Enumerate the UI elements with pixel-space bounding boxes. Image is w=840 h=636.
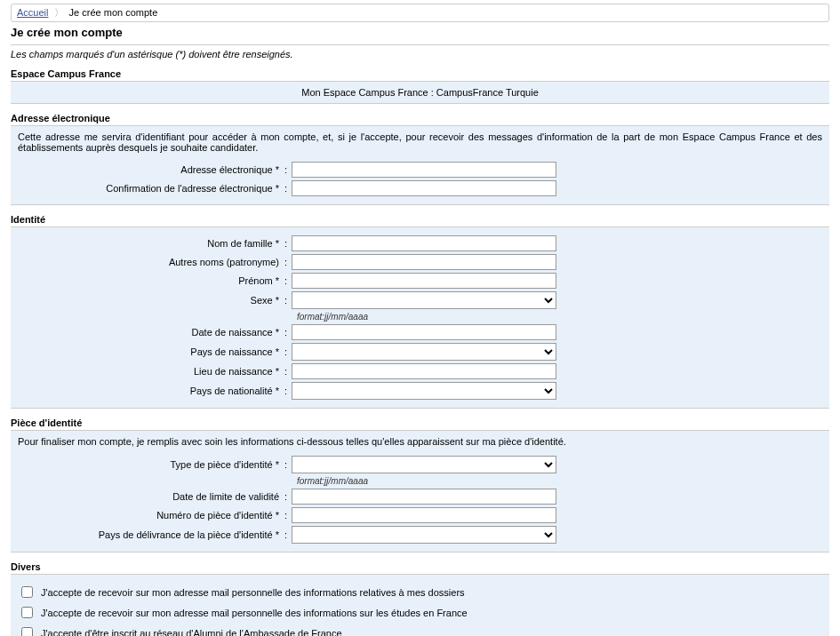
label-dob: Date de naissance *: [18, 327, 284, 338]
divider: [11, 44, 829, 45]
opt2-checkbox[interactable]: [21, 607, 33, 618]
colon: :: [284, 164, 292, 175]
label-lastname: Nom de famille *: [18, 238, 284, 249]
label-othernames: Autres noms (patronyme): [18, 257, 284, 267]
colon: :: [284, 346, 292, 357]
breadcrumb: Accueil 〉 Je crée mon compte: [11, 4, 829, 22]
mandatory-note: Les champs marqués d'un astérisque (*) d…: [11, 49, 829, 60]
opt1-checkbox[interactable]: [21, 586, 33, 598]
opt3-label: J'accepte d'être inscrit au réseau d'Alu…: [41, 628, 342, 637]
colon: :: [284, 386, 292, 396]
section-header-email: Adresse électronique: [11, 111, 829, 126]
colon: :: [284, 491, 292, 502]
label-email-confirm: Confirmation de l'adresse électronique *: [18, 183, 284, 194]
hint-dob: format:jj/mm/aaaa: [297, 312, 822, 322]
label-id-expiry: Date de limite de validité: [18, 491, 284, 502]
espace-box: Mon Espace Campus France : CampusFrance …: [11, 82, 829, 104]
colon: :: [284, 510, 292, 521]
label-country-birth: Pays de naissance *: [18, 346, 284, 357]
sex-select[interactable]: [292, 291, 556, 309]
dob-input[interactable]: [292, 324, 556, 340]
place-birth-input[interactable]: [292, 363, 556, 379]
espace-line: Mon Espace Campus France : CampusFrance …: [18, 87, 822, 98]
section-header-divers: Divers: [11, 560, 829, 575]
othernames-input[interactable]: [292, 254, 556, 270]
nationality-select[interactable]: [292, 382, 556, 400]
divers-box: J'accepte de recevoir sur mon adresse ma…: [11, 575, 829, 636]
label-place-birth: Lieu de naissance *: [18, 366, 284, 377]
colon: :: [284, 183, 292, 194]
label-sex: Sexe *: [18, 295, 284, 306]
breadcrumb-separator: 〉: [54, 7, 64, 18]
colon: :: [284, 295, 292, 306]
country-birth-select[interactable]: [292, 343, 556, 361]
colon: :: [284, 459, 292, 470]
breadcrumb-home-link[interactable]: Accueil: [17, 7, 48, 18]
section-header-identity: Identité: [11, 212, 829, 227]
label-id-type: Type de pièce d'identité *: [18, 459, 284, 470]
lastname-input[interactable]: [292, 235, 556, 251]
opt2-label: J'accepte de recevoir sur mon adresse ma…: [41, 608, 468, 618]
colon: :: [284, 238, 292, 249]
colon: :: [284, 366, 292, 377]
label-email: Adresse électronique *: [18, 164, 284, 175]
firstname-input[interactable]: [292, 273, 556, 289]
page-title: Je crée mon compte: [11, 26, 829, 39]
idcard-box: Pour finaliser mon compte, je remplis av…: [11, 431, 829, 553]
label-id-issue-country: Pays de délivrance de la pièce d'identit…: [18, 529, 284, 540]
colon: :: [284, 529, 292, 540]
label-id-number: Numéro de pièce d'identité *: [18, 510, 284, 521]
email-input[interactable]: [292, 162, 556, 178]
email-description: Cette adresse me servira d'identifiant p…: [18, 131, 822, 153]
colon: :: [284, 257, 292, 267]
colon: :: [284, 327, 292, 338]
identity-box: Nom de famille * : Autres noms (patronym…: [11, 227, 829, 409]
section-header-espace: Espace Campus France: [11, 67, 829, 82]
section-header-idcard: Pièce d'identité: [11, 416, 829, 431]
id-expiry-input[interactable]: [292, 489, 556, 505]
id-type-select[interactable]: [292, 456, 556, 473]
opt3-checkbox[interactable]: [21, 627, 33, 636]
label-firstname: Prénom *: [18, 275, 284, 286]
id-number-input[interactable]: [292, 507, 556, 523]
id-issue-country-select[interactable]: [292, 526, 556, 544]
page-container: Accueil 〉 Je crée mon compte Je crée mon…: [0, 0, 840, 636]
email-confirm-input[interactable]: [292, 180, 556, 196]
idcard-description: Pour finaliser mon compte, je remplis av…: [18, 436, 822, 447]
colon: :: [284, 275, 292, 286]
email-box: Cette adresse me servira d'identifiant p…: [11, 126, 829, 205]
breadcrumb-current: Je crée mon compte: [69, 7, 158, 18]
opt1-label: J'accepte de recevoir sur mon adresse ma…: [41, 587, 465, 598]
label-nationality: Pays de nationalité *: [18, 386, 284, 396]
hint-expiry: format:jj/mm/aaaa: [297, 476, 822, 486]
